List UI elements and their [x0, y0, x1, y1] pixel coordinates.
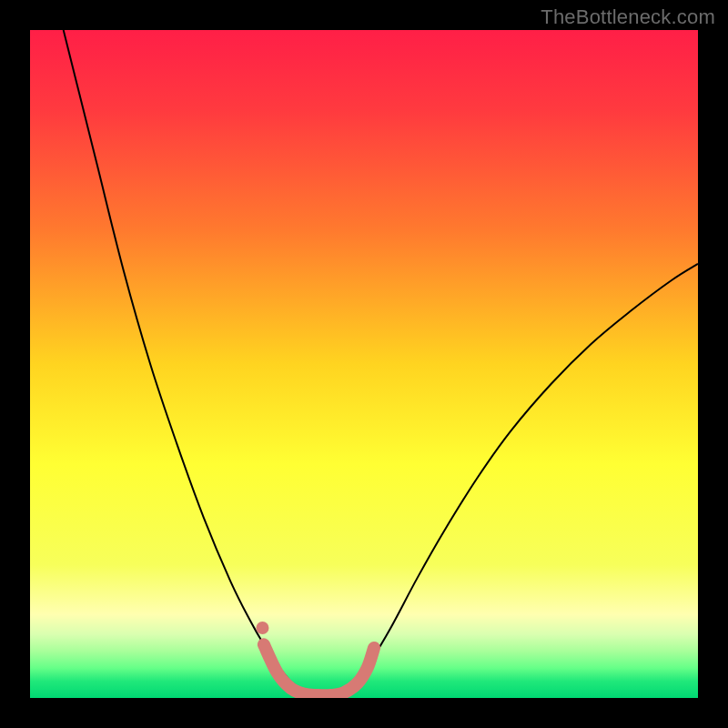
- chart-svg: [30, 30, 698, 698]
- gradient-background: [30, 30, 698, 698]
- watermark-text: TheBottleneck.com: [541, 5, 715, 29]
- chart-frame: TheBottleneck.com: [0, 0, 728, 728]
- highlight-dot: [256, 622, 268, 634]
- plot-area: [30, 30, 698, 698]
- marker-group: [256, 622, 268, 634]
